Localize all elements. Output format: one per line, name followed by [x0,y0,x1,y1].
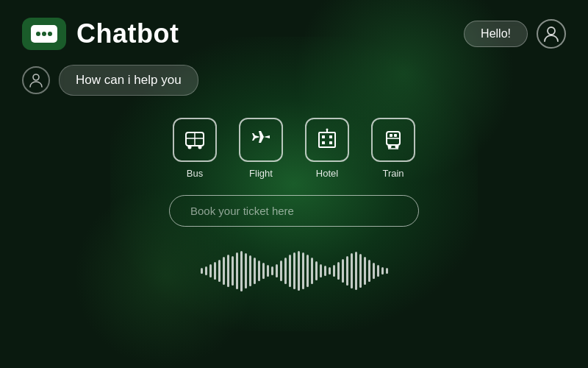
wave-bar [209,264,212,277]
wave-bar [346,256,348,286]
wave-bar [373,263,375,279]
chat-area: How can i help you [0,65,588,96]
svg-point-6 [33,74,39,80]
wave-bar [386,268,388,274]
logo-text: Chatbot [76,18,179,49]
wave-bar [364,257,366,285]
wave-bar [267,265,269,277]
svg-point-10 [188,146,192,149]
svg-point-24 [395,145,399,149]
wave-bar [205,266,207,275]
input-section [0,195,588,227]
wave-bar [315,261,318,280]
wave-bar [249,255,251,286]
wave-bar [359,254,362,288]
wave-bar [337,262,340,280]
wave-bar [351,253,353,289]
chat-message-bubble: How can i help you [59,65,198,96]
wave-bar [227,255,229,287]
hotel-label: Hotel [316,168,338,179]
waveform-section [0,249,588,293]
wave-bar [223,257,225,285]
wave-bar [236,252,238,289]
wave-bar [245,253,247,289]
header: Chatbot Hello! [0,0,588,50]
wave-bar [355,252,357,290]
wave-bar [306,255,309,287]
wave-bar [333,265,335,277]
train-label: Train [382,168,404,179]
wave-bar [276,264,278,277]
wave-bar [302,252,304,289]
chat-user-avatar [22,66,50,94]
svg-rect-18 [329,141,332,144]
wave-bar [258,261,260,281]
wave-bar [240,251,243,291]
svg-point-20 [326,129,329,131]
hello-bubble: Hello! [464,21,528,47]
hotel-icon [305,118,349,162]
svg-rect-27 [390,134,392,137]
svg-rect-14 [319,132,335,147]
transport-item-train[interactable]: Train [371,118,415,179]
wave-bar [311,258,313,284]
svg-rect-17 [322,141,325,144]
wave-bar [368,260,370,282]
svg-point-2 [36,32,40,36]
wave-bar [289,255,291,287]
svg-rect-16 [329,135,332,138]
svg-point-4 [48,32,52,36]
transport-item-flight[interactable]: Flight [239,118,283,179]
chat-message-row: How can i help you [22,65,198,96]
wave-bar [254,258,256,284]
wave-bar [377,265,379,277]
transport-item-bus[interactable]: Bus [173,118,217,179]
bus-label: Bus [187,168,203,179]
wave-bar [214,262,216,280]
wave-bar [342,259,344,283]
wave-bar [201,268,203,274]
svg-rect-28 [394,134,397,137]
svg-point-5 [548,27,555,35]
wave-bar [271,266,273,275]
transport-section: Bus Flight Hot [0,118,588,179]
wave-bar [284,258,287,284]
wave-bar [262,263,265,279]
svg-point-3 [42,32,46,36]
wave-bar [381,267,384,275]
wave-bar [329,267,331,275]
wave-bar [218,260,220,282]
ticket-input[interactable] [169,195,419,227]
transport-item-hotel[interactable]: Hotel [305,118,349,179]
wave-bar [280,261,282,281]
train-icon [371,118,415,162]
header-right: Hello! [464,19,566,49]
wave-bar [232,256,234,286]
chatbot-logo-icon [22,18,66,50]
wave-bar [324,266,326,276]
flight-label: Flight [249,168,273,179]
svg-rect-15 [322,135,325,138]
user-avatar-header[interactable] [537,19,566,49]
wave-bar [293,252,295,289]
wave-bar [320,264,322,277]
flight-icon [239,118,283,162]
logo-area: Chatbot [22,18,179,50]
bus-icon [173,118,217,162]
wave-bar [298,251,300,291]
svg-point-23 [388,145,392,149]
svg-point-11 [198,146,202,149]
